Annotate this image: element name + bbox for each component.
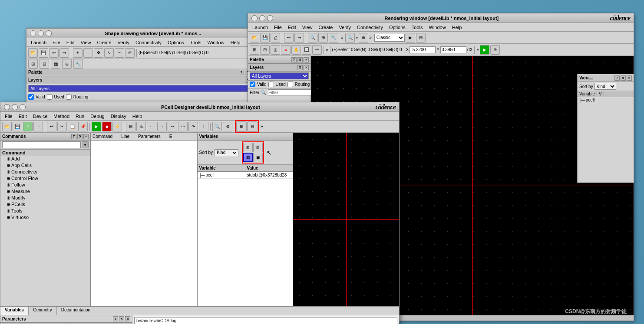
- sdw-menu-help[interactable]: Help: [228, 39, 243, 46]
- rw-menu-connectivity[interactable]: Connectivity: [354, 24, 386, 30]
- sdw-menu-window[interactable]: Window: [205, 39, 227, 46]
- rw-vars-icon1[interactable]: 7: [614, 75, 620, 81]
- rw-tb2-1[interactable]: ⊞: [250, 45, 259, 55]
- params-icon1[interactable]: 7: [113, 316, 118, 321]
- rw-layers-select[interactable]: All Layers: [250, 72, 309, 79]
- pcell-tb-forward-arrow[interactable]: ⤻: [178, 122, 188, 131]
- pcell-tb-left-arrow[interactable]: ←: [147, 122, 156, 131]
- rw-tb-redo[interactable]: ↪: [294, 33, 304, 43]
- params-icon3[interactable]: ×: [125, 316, 130, 321]
- cmd-item-appcells[interactable]: ⊕App Cells: [0, 162, 90, 169]
- rendering-window-controls[interactable]: [251, 15, 273, 21]
- sdw-menu-view[interactable]: View: [78, 39, 94, 46]
- pcell-menu-display[interactable]: Display: [108, 113, 129, 119]
- tb-zoom-out[interactable]: -: [83, 48, 93, 58]
- rw-menu-create[interactable]: Create: [316, 24, 335, 30]
- cmd-icon2[interactable]: 5: [77, 134, 83, 139]
- rw-close-btn[interactable]: [251, 15, 258, 21]
- pcell-close-btn[interactable]: [4, 104, 10, 110]
- rw-tb2-3[interactable]: ◎: [271, 45, 280, 55]
- rw-tb-undo[interactable]: ↩: [284, 33, 294, 43]
- vars-hi-btn4[interactable]: ▣: [253, 153, 263, 162]
- rw-play-btn[interactable]: ▶: [480, 45, 489, 55]
- rw-used-checkbox[interactable]: [268, 82, 274, 87]
- cmd-item-follow[interactable]: ⊕Follow: [0, 182, 90, 188]
- routing-checkbox[interactable]: [66, 94, 72, 100]
- rw-layers-icon2[interactable]: ×: [304, 65, 309, 70]
- rw-x-input[interactable]: [410, 46, 436, 53]
- rw-tb2-2[interactable]: ⊟: [260, 45, 270, 55]
- tb-pan[interactable]: ✥: [94, 48, 103, 58]
- pcell-tb-run[interactable]: ▶: [92, 122, 101, 131]
- rw-menu-verify[interactable]: Verify: [336, 24, 353, 30]
- cmd-item-virtuoso[interactable]: ⊕Virtuoso: [0, 214, 90, 221]
- pcell-tb-back-arrow[interactable]: ⤺: [168, 122, 177, 131]
- tab-variables[interactable]: Variables: [0, 307, 29, 315]
- palette-icon1[interactable]: 7: [239, 70, 244, 75]
- rw-menu-view[interactable]: View: [300, 24, 315, 30]
- pcell-tb-gear[interactable]: ⚙: [223, 122, 232, 131]
- pcell-tb-find[interactable]: 🔍: [212, 122, 222, 131]
- rw-palette-icon1[interactable]: 7: [291, 57, 297, 62]
- sdw-menu-create[interactable]: Create: [94, 39, 114, 46]
- tb-save[interactable]: 💾: [39, 48, 48, 58]
- rw-tb-extra2[interactable]: ⊟: [416, 33, 426, 43]
- pcell-tb-step[interactable]: ⚡: [112, 122, 122, 131]
- commands-search-input[interactable]: [2, 141, 81, 148]
- cmd-item-add[interactable]: ⊕Add: [0, 156, 90, 162]
- pcell-tb-arrow[interactable]: →: [33, 122, 43, 131]
- rw-tb-more2[interactable]: 🔍: [345, 33, 355, 43]
- rw-vars-icon2[interactable]: 5: [621, 75, 626, 81]
- valid-checkbox[interactable]: [28, 94, 34, 100]
- cmd-icon3[interactable]: ×: [83, 134, 89, 139]
- minimize-btn[interactable]: [38, 30, 44, 36]
- vars-hi-btn1[interactable]: ⊞: [243, 143, 253, 152]
- path-input[interactable]: he/andrewb/CDS.log: [134, 317, 397, 324]
- pcell-menu-edit[interactable]: Edit: [16, 113, 30, 119]
- pcell-tb-check[interactable]: ✓: [23, 122, 33, 131]
- rw-max-btn[interactable]: [267, 15, 273, 21]
- rw-tb2-4[interactable]: 🔺: [281, 45, 291, 55]
- pcell-canvas[interactable]: [293, 133, 400, 306]
- rw-classic-select[interactable]: Classic: [374, 34, 405, 42]
- sdw-menu-options[interactable]: Options: [165, 39, 187, 46]
- rw-tb2-6[interactable]: 🔲: [302, 45, 311, 55]
- sdw-tb2-2[interactable]: ⊟: [40, 59, 49, 69]
- pcell-hi-btn1[interactable]: ⊞: [236, 121, 247, 132]
- cmd-item-connectivity[interactable]: ⊕Connectivity: [0, 169, 90, 175]
- sdw-tb2-3[interactable]: ▦: [51, 59, 60, 69]
- rw-palette-icon3[interactable]: ×: [304, 57, 309, 62]
- vars-sort-select[interactable]: Kind: [215, 149, 238, 156]
- pcell-tb-stop[interactable]: ■: [102, 122, 112, 131]
- rw-tb-print[interactable]: 🖨: [271, 33, 280, 43]
- pcell-tb-layout[interactable]: ⊞: [126, 122, 135, 131]
- pcell-tb-copy[interactable]: 📋: [68, 122, 77, 131]
- pcell-more-btn[interactable]: »: [261, 124, 263, 129]
- rw-tb-open[interactable]: 📂: [250, 33, 259, 43]
- tb-snap[interactable]: ⊕: [125, 48, 135, 58]
- cmd-item-measure[interactable]: ⊕Measure: [0, 188, 90, 195]
- rw-tb-props[interactable]: 🔧: [329, 33, 338, 43]
- tb-select[interactable]: ↖: [104, 48, 114, 58]
- sdw-tb2-5[interactable]: 🔧: [73, 59, 83, 69]
- rw-more3-btn[interactable]: »: [369, 35, 372, 40]
- cmd-item-modify[interactable]: ⊕Modify: [0, 195, 90, 201]
- cmd-item-tools[interactable]: ⊕Tools: [0, 208, 90, 214]
- rw-menu-file[interactable]: File: [271, 24, 284, 30]
- pcell-tb-open[interactable]: 📂: [2, 122, 12, 131]
- sdw-layers-select[interactable]: All Layers: [28, 85, 256, 92]
- sdw-menu-launch[interactable]: Launch: [28, 39, 49, 46]
- tab-documentation[interactable]: Documentation: [57, 307, 95, 315]
- rw-tb2-5[interactable]: ✋: [291, 45, 301, 55]
- cmd-icon1[interactable]: 7: [71, 134, 76, 139]
- sdw-tb2-4[interactable]: ⊕: [62, 59, 72, 69]
- rw-palette-icon2[interactable]: 5: [297, 57, 303, 62]
- search-dropdown-btn[interactable]: ▼: [82, 141, 89, 148]
- cmd-item-pcells[interactable]: ⊕PCells: [0, 201, 90, 208]
- vars-hi-btn3[interactable]: ▦: [243, 153, 253, 162]
- rw-more-btn[interactable]: »: [341, 35, 343, 40]
- cmd-output-area[interactable]: [91, 141, 197, 306]
- pcell-min-btn[interactable]: [12, 104, 18, 110]
- shape-drawing-window-controls[interactable]: [30, 30, 52, 36]
- rw-menu-window[interactable]: Window: [426, 24, 449, 30]
